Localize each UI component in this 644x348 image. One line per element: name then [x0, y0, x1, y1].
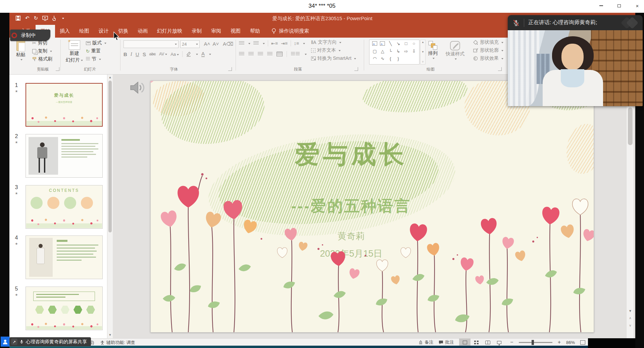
bullets-icon[interactable]: [239, 41, 244, 45]
underline-button[interactable]: U: [136, 51, 139, 57]
shape-brace-left-icon[interactable]: {: [387, 56, 394, 63]
recording-indicator[interactable]: 录制中: [10, 30, 50, 41]
tab-animations[interactable]: 动画: [133, 24, 152, 38]
shape-down-arrow-icon[interactable]: ⇩: [410, 48, 418, 56]
shape-right-arrow-icon[interactable]: ⇨: [402, 48, 410, 56]
audio-speaker-icon[interactable]: [128, 79, 146, 96]
increase-font-icon[interactable]: A˄: [203, 41, 211, 47]
indent-icon[interactable]: ⇥≡: [281, 41, 288, 46]
align-center-icon[interactable]: [248, 52, 254, 56]
tab-view[interactable]: 视图: [226, 24, 245, 38]
numbering-icon[interactable]: [253, 41, 259, 45]
change-case-button[interactable]: Aa: [170, 52, 179, 57]
reset-button[interactable]: ↻重置: [86, 47, 106, 55]
tab-design[interactable]: 设计: [94, 24, 113, 38]
smartart-button[interactable]: 转换为 SmartArt: [311, 54, 356, 62]
tab-help[interactable]: 帮助: [245, 24, 265, 38]
slide-thumbnail-5[interactable]: [26, 287, 103, 330]
copy-button[interactable]: 复制: [32, 47, 52, 55]
zoom-slider[interactable]: [519, 342, 552, 343]
tab-slideshow[interactable]: 幻灯片放映: [152, 24, 187, 38]
zoom-in-button[interactable]: +: [558, 339, 561, 345]
gallery-down-icon[interactable]: ▼: [422, 50, 424, 53]
shape-elbow-icon[interactable]: └: [387, 48, 394, 56]
paste-button[interactable]: 粘贴: [16, 40, 26, 61]
columns-dropdown-icon[interactable]: [305, 54, 307, 56]
restore-button[interactable]: [614, 1, 624, 10]
slideshow-view-button[interactable]: [493, 339, 505, 346]
normal-view-button[interactable]: [459, 339, 470, 346]
thumbnails-scrollbar[interactable]: ▲ ▼: [107, 75, 113, 338]
shape-fill-button[interactable]: 形状填充: [473, 38, 503, 46]
font-color-button[interactable]: A: [201, 51, 205, 57]
outdent-icon[interactable]: ⇤≡: [271, 41, 278, 46]
main-scroll-thumb[interactable]: [628, 107, 633, 145]
shape-outline-button[interactable]: 形状轮廓: [473, 46, 503, 54]
accessibility-status[interactable]: 辅助功能: 调查: [100, 340, 135, 346]
align-right-icon[interactable]: [258, 52, 263, 56]
columns-icon[interactable]: [291, 52, 300, 56]
slide-thumbnail-3[interactable]: CONTENTS: [26, 185, 103, 229]
shape-arc-icon[interactable]: ◠: [371, 56, 379, 63]
font-color-dropdown-icon[interactable]: [209, 54, 211, 56]
strikethrough-button[interactable]: abc: [149, 52, 156, 56]
distribute-icon[interactable]: [277, 52, 283, 56]
shapes-gallery[interactable]: ╲ ↘ □ ○ ▢ △ └ ↳ ⇨ ⇩ ◠ ∿ { }: [369, 40, 419, 64]
highlight-color-icon[interactable]: [186, 51, 192, 57]
numbering-dropdown-icon[interactable]: [263, 43, 265, 45]
layout-button[interactable]: 版式: [86, 39, 106, 47]
tab-review[interactable]: 审阅: [206, 24, 226, 38]
shape-rect-icon[interactable]: □: [402, 41, 410, 48]
shape-triangle-icon[interactable]: △: [379, 48, 386, 56]
highlight-dropdown-icon[interactable]: [196, 54, 198, 56]
next-slide-icon[interactable]: ˅: [627, 322, 634, 329]
zoom-percentage[interactable]: 86%: [566, 340, 575, 345]
align-left-icon[interactable]: [239, 52, 244, 56]
char-spacing-button[interactable]: AV: [159, 52, 167, 56]
font-size-combo[interactable]: 24: [180, 40, 200, 48]
clipboard-dialog-launcher[interactable]: [56, 67, 59, 71]
decrease-font-icon[interactable]: A˅: [212, 41, 219, 47]
drawing-dialog-launcher[interactable]: [498, 67, 502, 71]
tell-me-search[interactable]: 操作说明搜索: [265, 24, 309, 38]
new-slide-button[interactable]: ✳ 新建 幻灯片: [66, 40, 83, 63]
zoom-slider-thumb[interactable]: [532, 340, 534, 345]
main-scrollbar[interactable]: ▼ ˄ ˅: [626, 75, 634, 338]
scroll-down-icon[interactable]: ▼: [107, 333, 113, 337]
scroll-down-icon[interactable]: ▼: [627, 308, 634, 314]
shape-brace-right-icon[interactable]: }: [394, 56, 402, 63]
line-spacing-icon[interactable]: ↕≡: [294, 41, 299, 46]
align-text-button[interactable]: ↕对齐文本: [311, 46, 356, 54]
gallery-more-icon[interactable]: ⩒: [422, 60, 424, 63]
font-name-combo[interactable]: [123, 40, 179, 48]
slide-thumbnail-1[interactable]: 爱与成长 ---爱的五种语言: [26, 83, 103, 127]
shape-curve-icon[interactable]: ∿: [379, 56, 386, 63]
bold-button[interactable]: B: [123, 51, 127, 57]
minimize-button[interactable]: [596, 1, 606, 10]
shape-line-icon[interactable]: ╲: [387, 41, 394, 48]
tab-record[interactable]: 录制: [187, 24, 206, 38]
thumbnails-scroll-thumb[interactable]: [108, 81, 112, 232]
format-painter-button[interactable]: 格式刷: [32, 55, 52, 63]
reading-view-button[interactable]: [482, 339, 493, 346]
slide-thumbnail-2[interactable]: [26, 134, 103, 178]
section-button[interactable]: 节: [86, 55, 106, 63]
screen-share-indicator[interactable]: ↗ 心理咨询师黄奇莉的屏幕共享: [9, 337, 91, 346]
paragraph-dialog-launcher[interactable]: [354, 67, 358, 71]
shape-vertical-textbox-icon[interactable]: [380, 41, 385, 46]
scroll-up-icon[interactable]: ▲: [107, 76, 113, 79]
clear-format-icon[interactable]: A⌫: [223, 41, 230, 47]
italic-button[interactable]: I: [131, 51, 132, 57]
shape-textbox-icon[interactable]: [372, 41, 377, 46]
notes-button[interactable]: 备注: [418, 339, 433, 345]
shape-oval-icon[interactable]: ○: [410, 41, 418, 48]
arrange-button[interactable]: 排列: [428, 41, 438, 59]
previous-slide-icon[interactable]: ˄: [627, 315, 634, 322]
quick-styles-button[interactable]: 快速样式: [446, 41, 464, 60]
font-dialog-launcher[interactable]: [228, 67, 232, 71]
gallery-up-icon[interactable]: ▲: [422, 41, 424, 44]
fit-slide-button[interactable]: [580, 340, 585, 345]
shapes-gallery-scrollbar[interactable]: ▲ ▼ ⩒: [420, 40, 426, 64]
close-button[interactable]: ×: [633, 1, 642, 10]
share-owner-avatar-icon[interactable]: [1, 337, 10, 347]
